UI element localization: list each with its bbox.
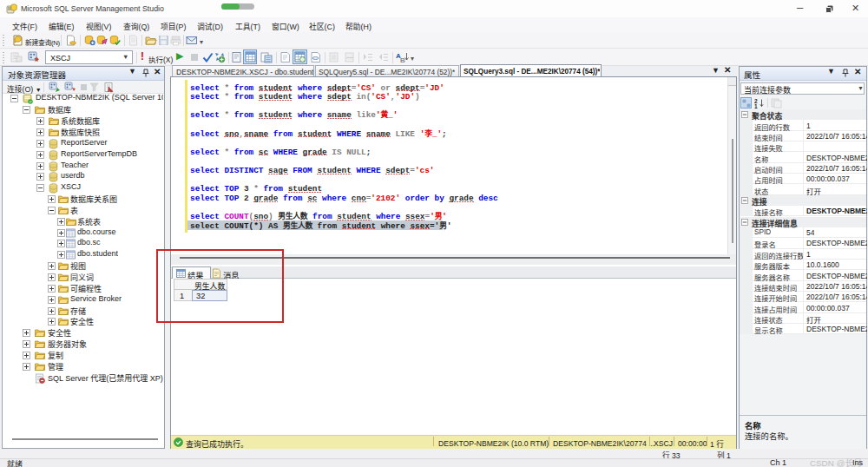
svg-text:1: 1 xyxy=(754,103,758,109)
svg-text:B: B xyxy=(400,56,405,63)
